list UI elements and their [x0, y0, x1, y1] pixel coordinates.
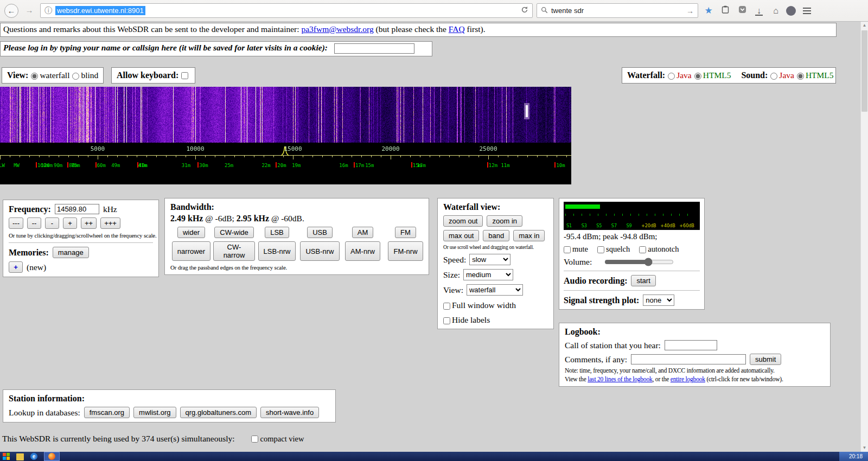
- volume-slider[interactable]: [604, 259, 674, 265]
- waterfall-canvas[interactable]: [0, 87, 571, 143]
- page-scrollbar[interactable]: ▲ ▼: [860, 22, 868, 452]
- waterfall-button-max-out[interactable]: max out: [443, 230, 479, 241]
- bandwidth-button-lsb[interactable]: LSB: [265, 227, 289, 238]
- start-button[interactable]: [3, 453, 10, 460]
- database-button-qrg-globaltuners-com[interactable]: qrg.globaltuners.com: [180, 407, 257, 418]
- waterfall-button-max-in[interactable]: max in: [513, 230, 545, 241]
- url-text[interactable]: websdr.ewi.utwente.nl:8901: [55, 6, 145, 15]
- search-input[interactable]: [551, 7, 683, 15]
- logbook-submit-button[interactable]: submit: [750, 354, 781, 365]
- windows-taskbar: e 20:18: [0, 452, 868, 461]
- bandwidth-button-am-nrw[interactable]: AM-nrw: [345, 241, 380, 261]
- view-waterfall-option[interactable]: waterfall: [31, 71, 69, 80]
- bandwidth-button-narrower[interactable]: narrower: [172, 241, 210, 261]
- autonotch-option[interactable]: autonotch: [639, 245, 679, 254]
- view-waterfall-radio[interactable]: [31, 73, 38, 80]
- reload-icon[interactable]: [521, 6, 528, 16]
- hide-labels-checkbox[interactable]: [443, 317, 450, 324]
- allow-keyboard-checkbox[interactable]: [181, 72, 188, 79]
- home-icon[interactable]: ⌂: [769, 4, 782, 17]
- taskbar-tray[interactable]: 20:18: [839, 452, 868, 461]
- database-button-fmscan-org[interactable]: fmscan.org: [84, 407, 130, 418]
- downloads-icon[interactable]: ↓: [752, 4, 765, 17]
- view-blind-radio[interactable]: [72, 73, 79, 80]
- bandwidth-button-lsb-nrw[interactable]: LSB-nrw: [258, 241, 296, 261]
- call-input[interactable]: [665, 340, 717, 350]
- bandwidth-button-cw-narrow[interactable]: CW-narrow: [213, 241, 255, 261]
- logbook-entire-link[interactable]: entire logbook: [671, 376, 705, 382]
- database-button-short-wave-info[interactable]: short-wave.info: [260, 407, 319, 418]
- recording-start-button[interactable]: start: [631, 275, 655, 286]
- sound-java-option[interactable]: Java: [770, 71, 794, 80]
- waterfall-view-select[interactable]: waterfall: [467, 284, 523, 296]
- memory-add-button[interactable]: +: [9, 261, 23, 273]
- mute-option[interactable]: mute: [564, 245, 588, 254]
- waterfall-button-band[interactable]: band: [483, 230, 509, 241]
- back-button[interactable]: ←: [4, 4, 18, 18]
- tune-step-button--[interactable]: ++: [81, 217, 97, 229]
- waterfall-display[interactable]: 500010000150002000025000LWMW160m120m90m8…: [0, 87, 571, 184]
- sound-java-radio[interactable]: [770, 73, 777, 80]
- faq-link[interactable]: FAQ: [449, 24, 465, 34]
- autonotch-checkbox[interactable]: [639, 246, 646, 253]
- comments-input[interactable]: [631, 354, 746, 364]
- bandwidth-button-fm[interactable]: FM: [395, 227, 416, 238]
- waterfall-html5-option[interactable]: HTML5: [694, 71, 731, 80]
- site-info-icon[interactable]: ⓘ: [44, 6, 52, 16]
- tune-step-button--[interactable]: --: [27, 217, 41, 229]
- taskbar-ie-icon[interactable]: e: [30, 453, 37, 460]
- bookmarks-menu-icon[interactable]: [719, 4, 732, 17]
- scrollbar-thumb[interactable]: [861, 30, 867, 112]
- frequency-input[interactable]: [55, 204, 99, 214]
- waterfall-java-option[interactable]: Java: [668, 71, 692, 80]
- band-label: 17m: [355, 163, 364, 168]
- bandwidth-button-usb-nrw[interactable]: USB-nrw: [300, 241, 339, 261]
- hide-labels-option[interactable]: Hide labels: [443, 315, 548, 325]
- tune-step-button--[interactable]: +: [63, 217, 77, 229]
- view-blind-option[interactable]: blind: [72, 71, 98, 80]
- sound-html5-option[interactable]: HTML5: [797, 71, 834, 80]
- frequency-scale[interactable]: 500010000150002000025000LWMW160m120m90m8…: [0, 143, 571, 184]
- bandwidth-button-fm-nrw[interactable]: FM-nrw: [388, 241, 423, 261]
- bandwidth-button-wider[interactable]: wider: [177, 227, 205, 238]
- station-info-title: Station information:: [9, 394, 85, 403]
- mute-checkbox[interactable]: [564, 246, 571, 253]
- search-go-icon[interactable]: →: [686, 7, 694, 15]
- waterfall-java-radio[interactable]: [668, 73, 675, 80]
- full-window-width-checkbox[interactable]: [443, 303, 450, 310]
- pocket-icon[interactable]: [736, 4, 749, 17]
- bandwidth-button-cw-wide[interactable]: CW-wide: [214, 227, 254, 238]
- sound-html5-radio[interactable]: [797, 73, 804, 80]
- bandwidth-button-usb[interactable]: USB: [307, 227, 333, 238]
- squelch-checkbox[interactable]: [597, 246, 604, 253]
- memories-manage-button[interactable]: manage: [53, 247, 89, 258]
- bookmark-star-icon[interactable]: ★: [702, 4, 715, 17]
- menu-icon[interactable]: [803, 8, 811, 14]
- logbook-last20-link[interactable]: last 20 lines of the logbook: [588, 376, 652, 382]
- remarks-text-post: first).: [465, 24, 486, 34]
- forward-button[interactable]: →: [22, 4, 36, 18]
- size-select[interactable]: medium: [463, 269, 513, 280]
- bandwidth-button-am[interactable]: AM: [352, 227, 374, 238]
- squelch-option[interactable]: squelch: [597, 245, 630, 254]
- speed-select[interactable]: slow: [469, 254, 510, 265]
- callsign-input[interactable]: [334, 43, 414, 54]
- waterfall-button-zoom-out[interactable]: zoom out: [443, 215, 483, 227]
- signal-plot-select[interactable]: none: [643, 294, 674, 306]
- maintainer-email-link[interactable]: pa3fwm@websdr.org: [301, 24, 373, 34]
- database-button-mwlist-org[interactable]: mwlist.org: [133, 407, 176, 418]
- search-bar[interactable]: →: [537, 3, 698, 18]
- waterfall-html5-radio[interactable]: [694, 73, 701, 80]
- scroll-down-icon[interactable]: ▼: [861, 444, 868, 452]
- scroll-up-icon[interactable]: ▲: [861, 22, 868, 29]
- tune-step-button--[interactable]: ---: [9, 217, 23, 229]
- waterfall-button-zoom-in[interactable]: zoom in: [487, 215, 522, 227]
- tune-step-button--[interactable]: -: [45, 217, 59, 229]
- url-bar[interactable]: ⓘ websdr.ewi.utwente.nl:8901: [40, 3, 533, 18]
- compact-view-checkbox[interactable]: [251, 436, 258, 443]
- taskbar-explorer-icon[interactable]: [16, 453, 24, 460]
- tune-step-button--[interactable]: +++: [100, 217, 120, 229]
- taskbar-firefox-item[interactable]: [44, 452, 60, 461]
- full-window-width-option[interactable]: Full window width: [443, 300, 548, 310]
- account-icon[interactable]: [786, 6, 796, 16]
